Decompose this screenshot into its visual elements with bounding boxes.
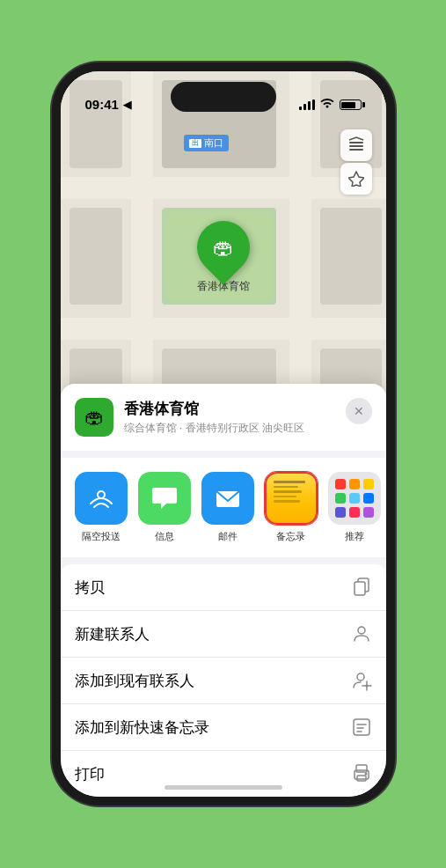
- new-contact-icon: [351, 623, 372, 644]
- copy-label: 拷贝: [75, 577, 105, 598]
- more-icon: [328, 472, 381, 525]
- phone-frame: 09:41 ◀: [52, 63, 395, 805]
- location-pin: 🏟 香港体育馆: [197, 221, 250, 294]
- notes-line-1: [274, 481, 305, 483]
- mail-icon: [201, 472, 254, 525]
- venue-logo: 🏟: [75, 398, 113, 437]
- svg-rect-2: [61, 318, 386, 340]
- dots-grid: [335, 479, 374, 518]
- close-button[interactable]: ✕: [346, 398, 372, 424]
- map-label-text: 南口: [204, 136, 223, 150]
- svg-rect-17: [349, 149, 363, 151]
- mail-label: 邮件: [218, 530, 238, 543]
- venue-header: 🏟 香港体育馆 综合体育馆 · 香港特别行政区 油尖旺区 ✕: [61, 384, 386, 451]
- add-existing-label: 添加到现有联系人: [75, 671, 194, 691]
- svg-point-18: [98, 491, 105, 498]
- map-controls: [340, 129, 372, 195]
- action-copy[interactable]: 拷贝: [61, 564, 386, 611]
- action-add-existing[interactable]: 添加到现有联系人: [61, 658, 386, 704]
- time-display: 09:41: [85, 97, 119, 112]
- notes-line-2: [274, 486, 298, 489]
- status-time: 09:41 ◀: [85, 97, 131, 112]
- svg-rect-10: [320, 208, 382, 305]
- svg-rect-21: [355, 582, 365, 595]
- airdrop-label: 隔空投送: [82, 530, 121, 543]
- svg-rect-6: [69, 208, 122, 305]
- close-icon: ✕: [354, 404, 364, 418]
- action-list: 拷贝 新建联系人 添加到现有联系人: [61, 564, 386, 797]
- new-contact-label: 新建联系人: [75, 624, 150, 644]
- home-indicator: [165, 785, 282, 790]
- print-label: 打印: [75, 764, 105, 784]
- notes-line-4: [274, 496, 296, 498]
- svg-rect-27: [354, 719, 369, 735]
- action-print[interactable]: 打印: [61, 751, 386, 797]
- notes-icon: [265, 472, 318, 525]
- share-row: 隔空投送 信息 邮件: [61, 458, 386, 557]
- print-icon: [351, 763, 372, 784]
- status-icons: [299, 98, 362, 112]
- battery-icon: [340, 99, 362, 110]
- copy-icon: [351, 577, 372, 598]
- location-button[interactable]: [340, 163, 372, 195]
- svg-rect-16: [349, 145, 363, 147]
- svg-point-22: [358, 627, 365, 634]
- dynamic-island: [171, 82, 276, 112]
- quick-note-icon: [351, 717, 372, 738]
- airdrop-icon: [75, 472, 128, 525]
- venue-info: 香港体育馆 综合体育馆 · 香港特别行政区 油尖旺区: [124, 399, 372, 436]
- svg-point-34: [364, 773, 367, 776]
- svg-point-23: [357, 673, 364, 680]
- pin-circle: 🏟: [186, 210, 260, 285]
- exit-icon: 出: [189, 139, 201, 148]
- venue-name: 香港体育馆: [124, 399, 372, 419]
- share-airdrop[interactable]: 隔空投送: [75, 472, 128, 543]
- venue-icon: 🏟: [84, 406, 104, 429]
- map-layers-button[interactable]: [340, 129, 372, 161]
- messages-label: 信息: [155, 530, 174, 543]
- bottom-sheet: 🏟 香港体育馆 综合体育馆 · 香港特别行政区 油尖旺区 ✕: [61, 384, 386, 797]
- signal-icon: [299, 99, 315, 110]
- share-notes[interactable]: 备忘录: [265, 472, 318, 543]
- share-more[interactable]: 推荐: [328, 472, 381, 543]
- svg-rect-15: [349, 142, 363, 143]
- add-existing-icon: [351, 670, 372, 691]
- action-add-quick-note[interactable]: 添加到新快速备忘录: [61, 704, 386, 751]
- wifi-icon: [320, 98, 334, 112]
- svg-rect-33: [357, 776, 366, 781]
- notes-line-3: [274, 490, 302, 493]
- stadium-icon: 🏟: [213, 235, 234, 260]
- notes-label: 备忘录: [276, 530, 305, 543]
- add-quick-note-label: 添加到新快速备忘录: [75, 717, 209, 738]
- share-mail[interactable]: 邮件: [201, 472, 254, 543]
- more-label: 推荐: [345, 530, 364, 543]
- svg-rect-1: [61, 177, 386, 199]
- action-new-contact[interactable]: 新建联系人: [61, 611, 386, 658]
- share-messages[interactable]: 信息: [138, 472, 191, 543]
- messages-icon: [138, 472, 191, 525]
- svg-rect-31: [356, 765, 367, 772]
- map-label: 出 南口: [184, 135, 229, 151]
- notes-line-5: [274, 500, 300, 503]
- venue-desc: 综合体育馆 · 香港特别行政区 油尖旺区: [124, 421, 372, 436]
- location-arrow-icon: ◀: [123, 99, 131, 111]
